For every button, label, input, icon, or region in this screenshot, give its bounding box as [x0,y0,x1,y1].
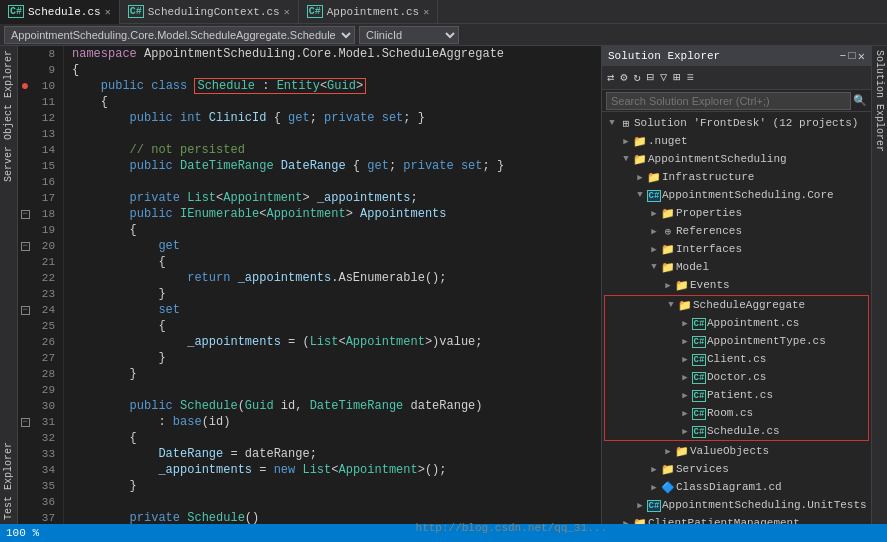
tab-schedule-cs[interactable]: C# Schedule.cs ✕ [0,0,120,24]
tree-item-scheduleaggregate[interactable]: ▼📁ScheduleAggregate [605,296,868,314]
code-line-32[interactable]: { [72,430,593,446]
se-close-btn[interactable]: ✕ [858,49,865,64]
tree-item-apptschedulingcore[interactable]: ▼C#AppointmentScheduling.Core [602,186,871,204]
expand-icon-services[interactable]: ▶ [648,464,660,475]
expand-icon-appointment-cs[interactable]: ▶ [679,318,691,329]
expand-icon-scheduleaggregate[interactable]: ▼ [665,300,677,310]
code-line-37[interactable]: private Schedule() [72,510,593,524]
expand-icon-nuget[interactable]: ▶ [620,136,632,147]
expand-icon-client-cs[interactable]: ▶ [679,354,691,365]
code-line-36[interactable] [72,494,593,510]
member-dropdown[interactable]: ClinicId [359,26,459,44]
expand-icon-interfaces[interactable]: ▶ [648,244,660,255]
code-line-19[interactable]: { [72,222,593,238]
tab-schedulingcontext-cs[interactable]: C# SchedulingContext.cs ✕ [120,0,299,24]
se-collapse-btn[interactable]: ⊟ [645,69,656,86]
indicator-24[interactable]: − [18,302,32,318]
indicator-18[interactable]: − [18,206,32,222]
tree-item-valueobjects[interactable]: ▶📁ValueObjects [602,442,871,460]
expand-icon-infrastructure[interactable]: ▶ [634,172,646,183]
code-line-34[interactable]: _appointments = new List<Appointment>(); [72,462,593,478]
tree-item-schedule-cs[interactable]: ▶C#Schedule.cs [605,422,868,440]
code-line-13[interactable] [72,126,593,142]
code-line-14[interactable]: // not persisted [72,142,593,158]
code-line-20[interactable]: get [72,238,593,254]
tree-item-doctor-cs[interactable]: ▶C#Doctor.cs [605,368,868,386]
expand-icon-model[interactable]: ▼ [648,262,660,272]
tree-item-interfaces[interactable]: ▶📁Interfaces [602,240,871,258]
tree-item-patient-cs[interactable]: ▶C#Patient.cs [605,386,868,404]
indicator-20[interactable]: − [18,238,32,254]
code-line-18[interactable]: public IEnumerable<Appointment> Appointm… [72,206,593,222]
tree-item-infrastructure[interactable]: ▶📁Infrastructure [602,168,871,186]
se-refresh-btn[interactable]: ↻ [631,69,642,86]
se-filter-btn[interactable]: ▽ [658,69,669,86]
tree-item-appointmenttype-cs[interactable]: ▶C#AppointmentType.cs [605,332,868,350]
expand-icon-apptscheduling[interactable]: ▼ [620,154,632,164]
se-properties-btn[interactable]: ⚙ [618,69,629,86]
code-line-29[interactable] [72,382,593,398]
tree-item-clientpatientmgmt[interactable]: ▶📁ClientPatientManagement [602,514,871,524]
tree-item-properties[interactable]: ▶📁Properties [602,204,871,222]
code-line-27[interactable]: } [72,350,593,366]
se-sync-btn[interactable]: ⇄ [605,69,616,86]
close-tab-schedule[interactable]: ✕ [105,6,111,18]
code-line-11[interactable]: { [72,94,593,110]
test-explorer-label[interactable]: Test Explorer [1,438,16,524]
expand-icon-solution[interactable]: ▼ [606,118,618,128]
expand-icon-classdiagram[interactable]: ▶ [648,482,660,493]
indicator-31[interactable]: − [18,414,32,430]
expand-icon-apptschedulingunittests[interactable]: ▶ [634,500,646,511]
expand-icon-schedule-cs[interactable]: ▶ [679,426,691,437]
code-line-9[interactable]: { [72,62,593,78]
code-line-16[interactable] [72,174,593,190]
server-object-explorer-label[interactable]: Server Object Explorer [1,46,16,186]
tree-item-solution[interactable]: ▼⊞Solution 'FrontDesk' (12 projects) [602,114,871,132]
code-line-24[interactable]: set [72,302,593,318]
expand-icon-events[interactable]: ▶ [662,280,674,291]
tree-item-model[interactable]: ▼📁Model [602,258,871,276]
tree-item-appointment-cs[interactable]: ▶C#Appointment.cs [605,314,868,332]
expand-icon-apptschedulingcore[interactable]: ▼ [634,190,646,200]
code-line-8[interactable]: namespace AppointmentScheduling.Core.Mod… [72,46,593,62]
tree-item-references[interactable]: ▶⊕References [602,222,871,240]
code-line-22[interactable]: return _appointments.AsEnumerable(); [72,270,593,286]
se-settings-btn[interactable]: ≡ [684,70,695,86]
code-line-35[interactable]: } [72,478,593,494]
tree-item-nuget[interactable]: ▶📁.nuget [602,132,871,150]
code-line-31[interactable]: : base(id) [72,414,593,430]
code-line-25[interactable]: { [72,318,593,334]
tab-appointment-cs[interactable]: C# Appointment.cs ✕ [299,0,438,24]
se-search-input[interactable] [606,92,851,110]
search-icon[interactable]: 🔍 [853,94,867,107]
tree-item-apptscheduling[interactable]: ▼📁AppointmentScheduling [602,150,871,168]
tree-item-classdiagram[interactable]: ▶🔷ClassDiagram1.cd [602,478,871,496]
expand-icon-appointmenttype-cs[interactable]: ▶ [679,336,691,347]
code-line-33[interactable]: DateRange = dateRange; [72,446,593,462]
code-line-10[interactable]: public class Schedule : Entity<Guid> [72,78,593,94]
tree-item-events[interactable]: ▶📁Events [602,276,871,294]
se-pin-btn[interactable]: – [839,49,846,64]
expand-icon-doctor-cs[interactable]: ▶ [679,372,691,383]
tree-item-client-cs[interactable]: ▶C#Client.cs [605,350,868,368]
code-line-23[interactable]: } [72,286,593,302]
code-line-28[interactable]: } [72,366,593,382]
expand-icon-references[interactable]: ▶ [648,226,660,237]
right-sidebar-label[interactable]: Solution Explorer [872,46,887,156]
code-line-15[interactable]: public DateTimeRange DateRange { get; pr… [72,158,593,174]
code-line-26[interactable]: _appointments = (List<Appointment>)value… [72,334,593,350]
expand-icon-patient-cs[interactable]: ▶ [679,390,691,401]
tree-item-room-cs[interactable]: ▶C#Room.cs [605,404,868,422]
code-editor[interactable]: ●−−−−− 891011121314151617181920212223242… [18,46,601,524]
code-line-12[interactable]: public int ClinicId { get; private set; … [72,110,593,126]
code-content[interactable]: namespace AppointmentScheduling.Core.Mod… [64,46,601,524]
expand-icon-properties[interactable]: ▶ [648,208,660,219]
code-line-21[interactable]: { [72,254,593,270]
close-tab-schedulingcontext[interactable]: ✕ [284,6,290,18]
expand-icon-valueobjects[interactable]: ▶ [662,446,674,457]
namespace-dropdown[interactable]: AppointmentScheduling.Core.Model.Schedul… [4,26,355,44]
code-line-30[interactable]: public Schedule(Guid id, DateTimeRange d… [72,398,593,414]
se-github-btn[interactable]: ⊞ [671,69,682,86]
code-line-17[interactable]: private List<Appointment> _appointments; [72,190,593,206]
tree-item-services[interactable]: ▶📁Services [602,460,871,478]
